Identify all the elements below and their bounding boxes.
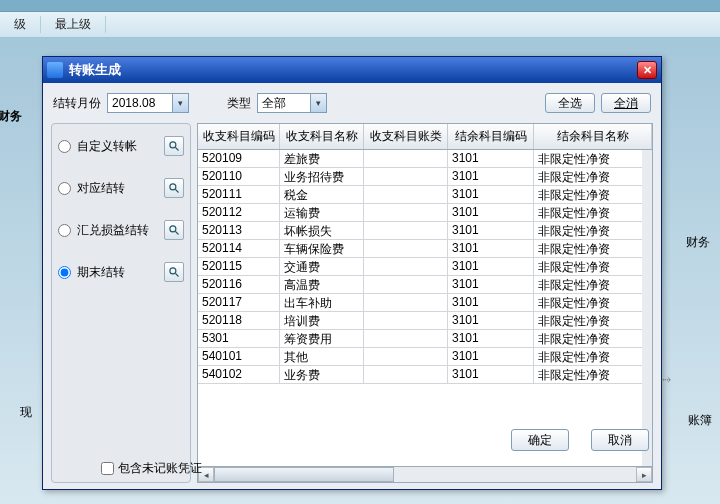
bg-label-cash: 现 (20, 404, 32, 421)
table-cell: 税金 (280, 186, 364, 203)
table-cell: 3101 (448, 240, 534, 257)
table-cell: 520110 (198, 168, 280, 185)
table-row[interactable]: 520110业务招待费3101非限定性净资 (198, 168, 652, 186)
search-icon (168, 224, 180, 236)
table-cell: 业务费 (280, 366, 364, 383)
table-cell: 非限定性净资 (534, 312, 652, 329)
toolbar: 结转月份 2018.08 ▾ 类型 全部 ▾ 全选 全消 (43, 83, 661, 123)
search-button[interactable] (164, 262, 184, 282)
table-cell: 非限定性净资 (534, 222, 652, 239)
chevron-down-icon: ▾ (172, 94, 188, 112)
bg-menu-item[interactable]: 最上级 (41, 16, 106, 33)
radio-exchange-transfer[interactable]: 汇兑损益结转 (58, 220, 184, 240)
table-cell: 3101 (448, 222, 534, 239)
ok-button[interactable]: 确定 (511, 429, 569, 451)
radio-corresponding-transfer[interactable]: 对应结转 (58, 178, 184, 198)
radio-custom-transfer[interactable]: 自定义转帐 (58, 136, 184, 156)
table-row[interactable]: 520112运输费3101非限定性净资 (198, 204, 652, 222)
search-button[interactable] (164, 220, 184, 240)
col-header[interactable]: 收支科目账类 (364, 124, 448, 149)
table-cell (364, 330, 448, 347)
vertical-scrollbar[interactable] (642, 150, 652, 466)
radio-label: 自定义转帐 (77, 138, 137, 155)
type-label: 类型 (227, 95, 251, 112)
table-row[interactable]: 540101其他3101非限定性净资 (198, 348, 652, 366)
table-row[interactable]: 520114车辆保险费3101非限定性净资 (198, 240, 652, 258)
select-all-button[interactable]: 全选 (545, 93, 595, 113)
table-cell: 3101 (448, 168, 534, 185)
table-cell: 520118 (198, 312, 280, 329)
table-cell: 3101 (448, 186, 534, 203)
table-cell: 3101 (448, 348, 534, 365)
col-header[interactable]: 收支科目编码 (198, 124, 280, 149)
table-header: 收支科目编码 收支科目名称 收支科目账类 结余科目编码 结余科目名称 (198, 124, 652, 150)
table-cell: 3101 (448, 366, 534, 383)
table-cell: 其他 (280, 348, 364, 365)
table-cell (364, 366, 448, 383)
bg-label-finance2: 财务 (686, 234, 710, 251)
bg-label-finance: 财务 (0, 108, 22, 125)
period-label: 结转月份 (53, 95, 101, 112)
deselect-all-button[interactable]: 全消 (601, 93, 651, 113)
scroll-right-icon[interactable]: ▸ (636, 467, 652, 482)
search-icon (168, 182, 180, 194)
scroll-track[interactable] (214, 467, 636, 482)
search-button[interactable] (164, 178, 184, 198)
table-cell: 运输费 (280, 204, 364, 221)
table-row[interactable]: 520116高温费3101非限定性净资 (198, 276, 652, 294)
col-header[interactable]: 结余科目名称 (534, 124, 652, 149)
table-row[interactable]: 520111税金3101非限定性净资 (198, 186, 652, 204)
radio-input[interactable] (58, 182, 71, 195)
cancel-button[interactable]: 取消 (591, 429, 649, 451)
radio-input[interactable] (58, 266, 71, 279)
table-row[interactable]: 520118培训费3101非限定性净资 (198, 312, 652, 330)
table-row[interactable]: 5301筹资费用3101非限定性净资 (198, 330, 652, 348)
table-row[interactable]: 520115交通费3101非限定性净资 (198, 258, 652, 276)
radio-label: 期末结转 (77, 264, 125, 281)
type-dropdown[interactable]: 全部 ▾ (257, 93, 327, 113)
table-row[interactable]: 520109差旅费3101非限定性净资 (198, 150, 652, 168)
table-body: 520109差旅费3101非限定性净资520110业务招待费3101非限定性净资… (198, 150, 652, 466)
svg-point-2 (170, 184, 176, 190)
col-header[interactable]: 结余科目编码 (448, 124, 534, 149)
table-cell: 520109 (198, 150, 280, 167)
include-unposted-label: 包含未记账凭证 (118, 460, 202, 477)
table-cell: 3101 (448, 294, 534, 311)
chevron-down-icon: ▾ (310, 94, 326, 112)
table-cell: 520112 (198, 204, 280, 221)
col-header[interactable]: 收支科目名称 (280, 124, 364, 149)
table-cell: 5301 (198, 330, 280, 347)
svg-point-6 (170, 268, 176, 274)
table-cell: 出车补助 (280, 294, 364, 311)
search-button[interactable] (164, 136, 184, 156)
period-value: 2018.08 (112, 96, 155, 110)
bg-menu-item[interactable]: 级 (0, 16, 41, 33)
table-cell (364, 348, 448, 365)
radio-input[interactable] (58, 224, 71, 237)
table-cell: 非限定性净资 (534, 294, 652, 311)
table-row[interactable]: 520117出车补助3101非限定性净资 (198, 294, 652, 312)
table-cell (364, 312, 448, 329)
search-icon (168, 266, 180, 278)
table-cell: 540101 (198, 348, 280, 365)
radio-label: 汇兑损益结转 (77, 222, 149, 239)
table-cell (364, 168, 448, 185)
table-row[interactable]: 540102业务费3101非限定性净资 (198, 366, 652, 384)
table-cell: 3101 (448, 150, 534, 167)
table-cell: 520117 (198, 294, 280, 311)
background-menu: 级 最上级 (0, 12, 720, 38)
radio-period-end-transfer[interactable]: 期末结转 (58, 262, 184, 282)
horizontal-scrollbar[interactable]: ◂ ▸ (198, 466, 652, 482)
radio-input[interactable] (58, 140, 71, 153)
system-icon (47, 62, 63, 78)
scroll-thumb[interactable] (214, 467, 394, 482)
table-cell: 520111 (198, 186, 280, 203)
table-cell (364, 204, 448, 221)
svg-line-3 (176, 190, 179, 193)
period-dropdown[interactable]: 2018.08 ▾ (107, 93, 189, 113)
table-row[interactable]: 520113坏帐损失3101非限定性净资 (198, 222, 652, 240)
table-cell: 520113 (198, 222, 280, 239)
include-unposted-checkbox[interactable] (101, 462, 114, 475)
table-cell: 520115 (198, 258, 280, 275)
close-button[interactable]: ✕ (637, 61, 657, 79)
